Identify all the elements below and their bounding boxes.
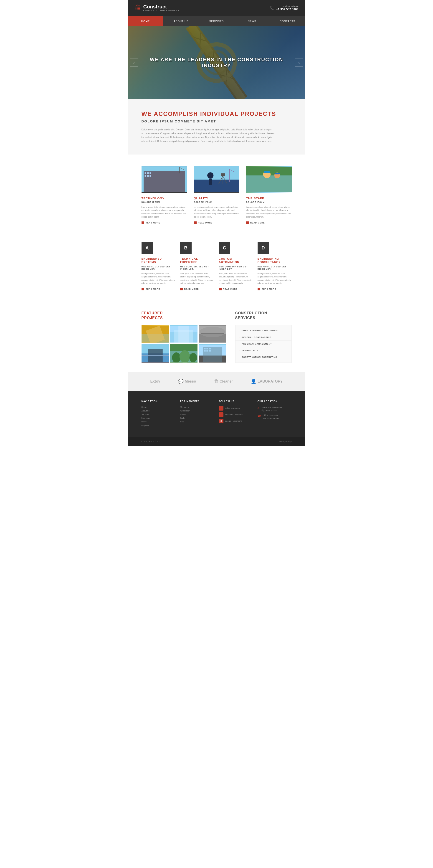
service-item-3[interactable]: › PROGRAM MANAGEMENT (236, 341, 291, 347)
partner-extoy-label: Extoy (150, 379, 160, 383)
location-address: ⌂ 5690 some street nameCity, State 55555 (257, 406, 292, 412)
featured-services-section: FEATUREDPROJECTS (128, 302, 305, 372)
service-arrow-2: › (239, 336, 240, 338)
footer-social-title: FOLLOW US (219, 400, 253, 403)
footer-members-link-5[interactable]: Blog (180, 421, 214, 423)
footer-members-title: FOR MEMBERS (180, 400, 214, 403)
engineering-text: Nam justo ante, hendrerit vitae aliquet … (257, 272, 292, 285)
read-more-icon-5 (180, 288, 183, 290)
partner-lab-label: LABORATORY (257, 379, 283, 383)
featured-projects: FEATUREDPROJECTS (142, 311, 226, 363)
staff-image (246, 166, 292, 193)
technical-text: Nam justo ante, hendrerit vitae aliquet … (180, 272, 214, 285)
service-label-5: CONSTRUCTION CONSULTING (242, 356, 277, 358)
quality-text: Lorem ipsum dolor sit amet, conse ctetur… (194, 206, 239, 219)
technology-read-more-label: READ MORE (146, 222, 160, 224)
footer-link-home[interactable]: Home (142, 406, 176, 408)
service-item-2[interactable]: › GENERAL CONTRACTING (236, 334, 291, 341)
logo-name: Construct (143, 4, 167, 9)
service-item-1[interactable]: › CONSTRUCTION MANAGEMENT (236, 328, 291, 334)
project-thumb-1[interactable] (142, 325, 169, 343)
svg-rect-63 (206, 348, 208, 349)
project-thumb-2[interactable] (170, 325, 197, 343)
engineering-read-more-label: READ MORE (262, 288, 276, 290)
nav-about[interactable]: ABOUT US (163, 16, 199, 26)
engineered-read-more[interactable]: READ MORE (142, 288, 176, 290)
service-arrow-1: › (239, 330, 240, 332)
service-item-5[interactable]: › CONSTRUCTION CONSULTING (236, 354, 291, 360)
nav-news[interactable]: NEWS (235, 16, 270, 26)
footer-link-about[interactable]: About us (142, 410, 176, 412)
footer-social: FOLLOW US t twitter username f facebook … (219, 400, 253, 428)
svg-rect-21 (179, 167, 180, 173)
footer-nav: NAVIGATION Home About us Services Member… (128, 391, 305, 437)
messo-icon: 💬 (178, 379, 184, 384)
nav-home[interactable]: HOME (128, 16, 163, 26)
custom-read-more[interactable]: READ MORE (219, 288, 253, 290)
accomplish-section: WE ACCOMPLISH INDIVIDUAL PROJECTS DOLORE… (128, 99, 305, 155)
service-arrow-5: › (239, 356, 240, 358)
technical-read-more[interactable]: READ MORE (180, 288, 214, 290)
googleplus-icon: g (219, 419, 223, 423)
address-text: 5690 some street nameCity, State 55555 (261, 406, 283, 412)
icon-box-b: B (180, 242, 192, 254)
service-label-3: PROGRAM MANAGEMENT (242, 343, 272, 345)
quality-read-more-label: READ MORE (198, 222, 213, 224)
engineering-read-more[interactable]: READ MORE (257, 288, 292, 290)
project-thumb-3[interactable] (198, 325, 226, 343)
svg-rect-66 (206, 350, 208, 352)
technology-read-more[interactable]: READ MORE (142, 221, 187, 224)
col-technology: TECHNOLOGY DOLORE IPSUM Lorem ipsum dolo… (142, 166, 187, 224)
project-thumb-4[interactable] (142, 344, 169, 363)
read-more-icon-3 (246, 221, 249, 224)
four-cols-section: A ENGINEERED SYSTEMS MES CUML DIA SED CE… (128, 231, 305, 302)
footer-link-projects[interactable]: Projects (142, 424, 176, 427)
footer-location-title: OUR LOCATION (257, 400, 292, 403)
footer-members-link-2[interactable]: Application (180, 410, 214, 412)
svg-rect-17 (150, 172, 151, 174)
quality-title: QUALITY (194, 197, 239, 200)
privacy-policy-link[interactable]: Privacy Policy (279, 440, 291, 443)
svg-rect-24 (194, 180, 239, 192)
quality-read-more[interactable]: READ MORE (194, 221, 239, 224)
footer-members-link-3[interactable]: Events (180, 413, 214, 415)
nav-contacts[interactable]: CONTACTS (270, 16, 305, 26)
svg-rect-18 (145, 175, 146, 177)
icon-col-c: C CUSTOM AUTOMATION MES CUML DIA SED CET… (219, 242, 253, 290)
svg-rect-64 (209, 348, 211, 349)
project-thumb-6[interactable] (198, 344, 226, 363)
accomplish-text: Dolor more, viet pullahan dui sint. Cons… (142, 128, 278, 143)
icon-box-a: A (142, 242, 153, 254)
hero-next-button[interactable]: › (295, 59, 303, 67)
logo-area: 🏛 Construct CONSTRUCTION COMPANY (135, 4, 180, 12)
nav-services[interactable]: SERVICES (199, 16, 235, 26)
partner-messo-label: Messo (185, 379, 196, 383)
social-google[interactable]: g google+ username (219, 419, 253, 423)
copyright: CONSTRUCT © 2023 (142, 440, 161, 443)
staff-read-more[interactable]: READ MORE (246, 221, 292, 224)
social-facebook[interactable]: f facebook username (219, 412, 253, 417)
service-item-4[interactable]: › DESIGN / BUILD (236, 347, 291, 354)
footer-members-link-4[interactable]: Gallery (180, 417, 214, 419)
icon-box-d: D (257, 242, 269, 254)
services-list: › CONSTRUCTION MANAGEMENT › GENERAL CONT… (235, 325, 292, 363)
footer-nav-title: NAVIGATION (142, 400, 176, 403)
social-twitter[interactable]: t twitter username (219, 406, 253, 410)
location-phone-icon: ☎ (257, 414, 261, 417)
footer-members-link-1[interactable]: Members (180, 406, 214, 408)
staff-svg (246, 166, 292, 193)
engineered-text: Nam justo ante, hendrerit vitae aliquet … (142, 272, 176, 285)
footer-link-news[interactable]: News (142, 421, 176, 423)
partner-messo: 💬 Messo (178, 379, 196, 384)
footer-link-services[interactable]: Services (142, 413, 176, 415)
svg-rect-45 (178, 326, 189, 342)
partner-extoy: Extoy (150, 379, 160, 383)
phone-icon: 📞 (270, 6, 274, 10)
hero-prev-button[interactable]: ‹ (130, 59, 138, 67)
footer-link-members[interactable]: Members (142, 417, 176, 419)
project-img-5 (170, 344, 197, 363)
partners-section: Extoy 💬 Messo 🗑 Cleaner 👤 LABORATORY (128, 372, 305, 391)
project-thumb-5[interactable] (170, 344, 197, 363)
svg-point-58 (189, 353, 197, 362)
footer-navigation: NAVIGATION Home About us Services Member… (142, 400, 176, 428)
